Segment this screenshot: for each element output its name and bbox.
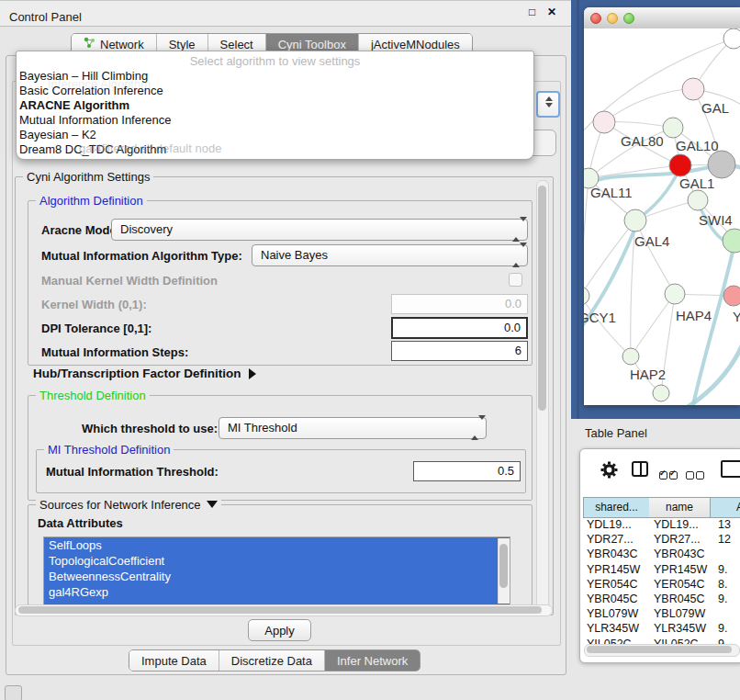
HAP2-node[interactable] <box>622 348 639 365</box>
GAL1-node[interactable] <box>669 154 691 176</box>
network-edge[interactable] <box>604 89 693 122</box>
aracne-mode-combobox[interactable]: Discovery <box>111 219 528 241</box>
settings-horizontal-scrollbar[interactable] <box>15 604 553 616</box>
mi-steps-label: Mutual Information Steps: <box>41 345 188 359</box>
dpi-tolerance-label: DPI Tolerance [0,1]: <box>41 322 151 335</box>
algorithm-option[interactable]: Bayesian – K2 <box>19 128 96 142</box>
table-cell: YDL19... <box>647 518 708 531</box>
document-icon[interactable] <box>721 460 740 478</box>
GAL4-node[interactable] <box>624 209 646 231</box>
attribute-item[interactable]: SelfLoops <box>44 537 510 553</box>
close-panel-icon[interactable]: ✕ <box>547 6 556 18</box>
attributes-vertical-scrollbar[interactable] <box>498 538 510 604</box>
table-cell: YBL079W <box>580 607 647 620</box>
table-row[interactable]: YPR145WYPR145W9. <box>580 562 740 577</box>
node-label: Y <box>733 309 740 324</box>
split-panel-icon[interactable] <box>632 461 648 477</box>
algorithm-option[interactable]: Bayesian – Hill Climbing <box>19 69 148 84</box>
top-node[interactable] <box>723 28 740 49</box>
network-edge[interactable] <box>635 220 675 294</box>
scrollbar-thumb[interactable] <box>499 544 508 588</box>
attribute-item[interactable]: BetweennessCentrality <box>44 569 510 584</box>
network-canvas[interactable]: GALGAL80GAL10GAL1GAL11SWI4GAL4GCY1HAP4YH… <box>584 28 740 405</box>
algorithm-definition-title: Algorithm Definition <box>36 194 147 208</box>
gal-partial-node[interactable] <box>682 78 704 100</box>
mi-steps-field[interactable]: 6 <box>391 341 528 361</box>
minimize-window-icon[interactable] <box>607 13 618 24</box>
kernel-width-field[interactable]: 0.0 <box>391 294 528 314</box>
node-label: GAL10 <box>676 138 719 153</box>
expanded-arrow-icon <box>207 501 218 508</box>
node-label: GAL1 <box>679 175 714 191</box>
salmon-node[interactable] <box>723 286 740 306</box>
mi-algorithm-type-combobox[interactable]: Naive Bayes <box>252 244 528 266</box>
mi-threshold-field[interactable]: 0.5 <box>413 461 521 481</box>
tab-impute-data[interactable]: Impute Data <box>129 650 219 671</box>
GAL10-node[interactable] <box>663 118 683 138</box>
table-row[interactable]: YDR27...YDR27...12 <box>580 532 740 547</box>
column-header-shared[interactable]: shared... <box>583 497 650 518</box>
table-row[interactable]: YBR043CYBR043C <box>580 547 740 561</box>
table-cell: 9. <box>708 563 740 576</box>
scrollbar-thumb[interactable] <box>18 606 542 614</box>
tab-discretize-data[interactable]: Discretize Data <box>219 650 325 671</box>
aracne-mode-label: Aracne Mode: <box>41 223 120 237</box>
column-header-name[interactable]: name <box>649 497 711 518</box>
SWI4-node[interactable] <box>688 190 708 210</box>
scrollbar-thumb[interactable] <box>587 646 732 653</box>
select-all-checks-icon[interactable] <box>659 467 679 483</box>
dpi-tolerance-field[interactable]: 0.0 <box>391 317 528 339</box>
attribute-item[interactable]: gal4RGexp <box>44 584 510 600</box>
zoom-window-icon[interactable] <box>623 13 634 24</box>
column-header-partial[interactable]: A <box>711 497 740 518</box>
network-edge-strong[interactable] <box>685 332 740 405</box>
network-edge[interactable] <box>631 294 675 356</box>
cyni-algorithm-settings-title: Cyni Algorithm Settings <box>23 170 153 184</box>
float-panel-icon[interactable]: □ <box>529 6 535 18</box>
table-cell: 13 <box>708 518 740 531</box>
algorithm-option[interactable]: Mutual Information Inference <box>19 113 171 128</box>
table-row[interactable]: YER054CYER054C8. <box>580 577 740 592</box>
GCY1-node[interactable] <box>584 287 589 305</box>
clear-all-checks-icon[interactable] <box>686 467 706 483</box>
bottom-node[interactable] <box>653 385 669 401</box>
table-cell: YBL079W <box>647 607 708 620</box>
right-green-node[interactable] <box>723 229 740 253</box>
table-cell: YER054C <box>647 578 708 591</box>
network-edge[interactable] <box>584 178 589 296</box>
close-window-icon[interactable] <box>590 13 601 24</box>
apply-button[interactable]: Apply <box>248 619 311 641</box>
table-row[interactable]: YBR045CYBR045C9. <box>580 592 740 606</box>
table-row[interactable]: YBL079WYBL079W <box>580 606 740 621</box>
gear-icon[interactable] <box>600 461 618 482</box>
hub-definition-toggle[interactable]: Hub/Transcription Factor Definition <box>33 367 256 380</box>
table-panel-title: Table Panel <box>585 426 647 440</box>
tab-infer-network[interactable]: Infer Network <box>325 650 420 671</box>
table-cell: YPR145W <box>647 563 708 576</box>
GAL80-node[interactable] <box>593 111 615 133</box>
gray-node[interactable] <box>708 151 735 178</box>
mi-algorithm-type-label: Mutual Information Algorithm Type: <box>41 249 242 263</box>
attribute-item[interactable]: TopologicalCoefficient <box>44 553 510 569</box>
sources-title[interactable]: Sources for Network Inference <box>36 498 221 512</box>
settings-vertical-scrollbar[interactable] <box>536 180 549 614</box>
algorithm-option[interactable]: Dream8 DC_TDC Algorithm <box>19 142 166 157</box>
data-attributes-list[interactable]: SelfLoops TopologicalCoefficient Between… <box>43 536 510 605</box>
collapsed-panel-icon[interactable] <box>5 685 22 700</box>
manual-kernel-width-checkbox[interactable] <box>509 273 522 287</box>
manual-kernel-width-label: Manual Kernel Width Definition <box>41 274 218 288</box>
table-row[interactable]: YLR345WYLR345W9. <box>580 621 740 636</box>
scrollbar-thumb[interactable] <box>538 186 546 411</box>
network-edge-strong[interactable] <box>692 243 734 405</box>
algorithm-option[interactable]: Basic Correlation Inference <box>19 84 163 98</box>
network-edge[interactable] <box>584 296 631 356</box>
table-cell: 12 <box>708 533 740 546</box>
node-label: SWI4 <box>699 212 733 228</box>
table-horizontal-scrollbar[interactable] <box>584 644 740 657</box>
table-row[interactable]: YDL19...YDL19...13 <box>580 517 740 532</box>
combo-stepper-icon <box>471 420 482 436</box>
algorithm-option-selected[interactable]: ARACNE Algorithm <box>19 98 129 113</box>
network-window-titlebar[interactable] <box>584 7 740 29</box>
HAP4-node[interactable] <box>665 284 685 304</box>
which-threshold-combobox[interactable]: MI Threshold <box>219 417 487 439</box>
